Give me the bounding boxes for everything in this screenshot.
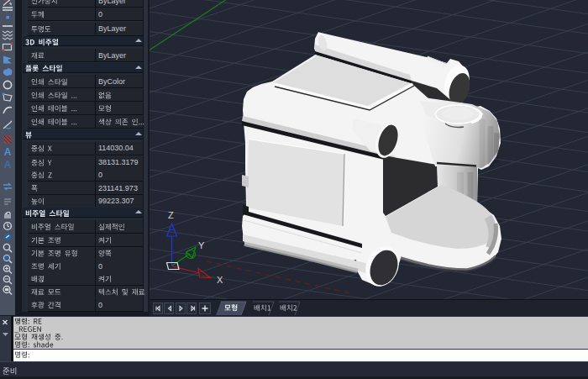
svg-text:Y: Y: [198, 240, 205, 250]
svg-text:Z: Z: [168, 210, 174, 220]
svg-text:A: A: [4, 146, 12, 158]
svg-text:A: A: [4, 159, 12, 171]
svg-text:X: X: [217, 275, 223, 285]
